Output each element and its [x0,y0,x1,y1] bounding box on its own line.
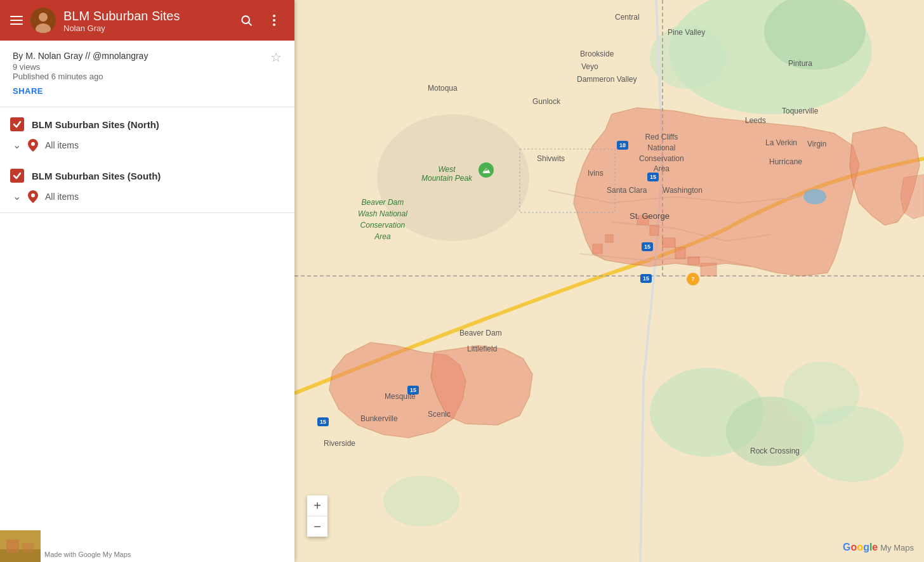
svg-point-19 [802,406,904,482]
chevron-north-icon[interactable]: ⌄ [13,139,21,151]
svg-rect-11 [22,543,34,552]
my-maps-label: My Maps [880,543,914,552]
svg-rect-9 [0,549,41,562]
svg-rect-30 [701,263,716,276]
menu-icon[interactable] [10,16,23,25]
layer-north: BLM Suburban Sites (North) ⌄ All items [0,107,294,159]
svg-rect-26 [650,225,659,235]
layer-north-items[interactable]: ⌄ All items [0,136,294,159]
svg-rect-28 [675,247,685,259]
layer-south-title: BLM Suburban Sites (South) [32,171,282,181]
svg-point-1 [39,13,48,22]
svg-rect-24 [605,235,613,242]
shield-sr18: 18 [617,141,628,150]
title-block: BLM Suburban Sites Nolan Gray [63,8,228,33]
shield-i15-mesquite: 15 [407,386,419,395]
layer-north-title: BLM Suburban Sites (North) [32,119,282,130]
layer-south-items-label: All items [45,192,79,202]
svg-point-6 [273,19,275,22]
app-subtitle: Nolan Gray [63,23,228,33]
meta-section: ☆ By M. Nolan Gray // @mnolangray 9 view… [0,41,294,107]
layer-south-items[interactable]: ⌄ All items [0,188,294,210]
thumbnail [0,530,41,562]
shield-i15-north: 15 [647,173,659,181]
shield-i15-south: 15 [642,242,653,251]
google-branding: Google My Maps [843,542,914,553]
west-mountain-icon: ⛰ [478,162,494,178]
chevron-south-icon[interactable]: ⌄ [13,190,21,202]
layer-north-items-label: All items [45,140,79,150]
meta-views: 9 views [13,62,282,72]
svg-point-3 [242,16,249,23]
search-button[interactable] [236,10,256,30]
app-header: BLM Suburban Sites Nolan Gray [0,0,294,41]
location-pin-south [27,191,39,202]
svg-point-5 [273,15,275,17]
star-button[interactable]: ☆ [270,49,282,65]
app-title: BLM Suburban Sites [63,8,228,23]
shield-i15-riverside: 15 [317,417,329,426]
svg-point-20 [383,476,459,526]
meta-published: Published 6 minutes ago [13,72,282,81]
location-pin-north [27,140,39,151]
layer-north-checkbox[interactable] [10,117,24,131]
svg-point-31 [803,189,826,204]
zoom-in-button[interactable]: + [307,495,327,516]
svg-rect-25 [637,216,649,225]
shield-us7: 7 [687,273,699,285]
meta-author: By M. Nolan Gray // @mnolangray [13,51,282,61]
zoom-out-button[interactable]: − [307,516,327,537]
layer-south-checkbox[interactable] [10,169,24,183]
svg-rect-27 [663,238,675,247]
zoom-controls: + − [307,495,327,537]
svg-rect-29 [688,257,699,265]
more-options-button[interactable] [264,10,284,30]
svg-point-7 [273,23,275,26]
svg-point-32 [377,114,529,241]
svg-rect-10 [6,540,19,552]
svg-point-15 [650,25,726,89]
map-svg [294,0,924,562]
shield-i15-border: 15 [640,274,652,283]
avatar [30,8,56,33]
svg-line-4 [249,23,252,26]
share-button[interactable]: SHARE [13,86,43,96]
svg-rect-23 [593,244,602,254]
google-logo: Google [843,542,878,553]
made-with-label: Made with Google My Maps [44,551,131,558]
layer-south: BLM Suburban Sites (South) ⌄ All items [0,159,294,210]
map-container[interactable]: Central Pine Valley Brookside Veyo Damme… [294,0,924,562]
